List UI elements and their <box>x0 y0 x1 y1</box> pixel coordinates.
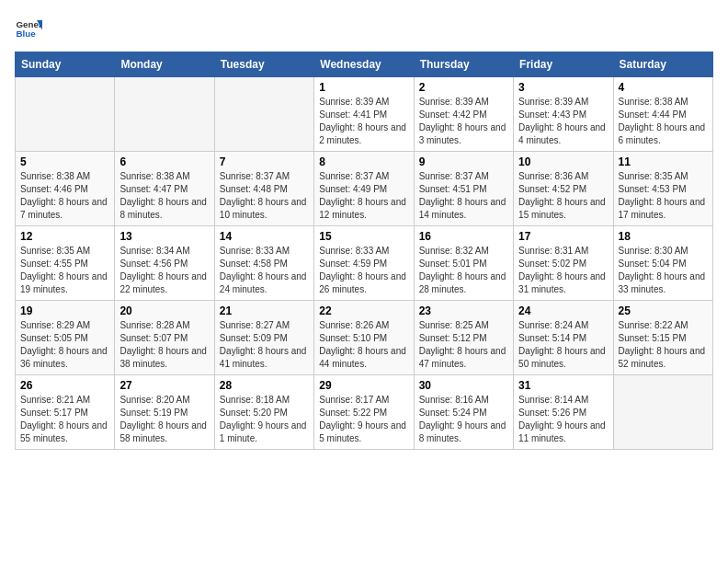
day-info: Sunrise: 8:29 AMSunset: 5:05 PMDaylight:… <box>20 319 109 371</box>
calendar-cell: 26Sunrise: 8:21 AMSunset: 5:17 PMDayligh… <box>16 375 115 450</box>
calendar-cell: 2Sunrise: 8:39 AMSunset: 4:42 PMDaylight… <box>414 77 513 152</box>
day-number: 5 <box>20 155 109 168</box>
calendar-cell <box>16 77 115 152</box>
day-number: 8 <box>319 155 408 168</box>
day-info: Sunrise: 8:22 AMSunset: 5:15 PMDaylight:… <box>619 319 708 371</box>
day-number: 7 <box>220 155 309 168</box>
day-number: 30 <box>419 379 508 392</box>
day-info: Sunrise: 8:39 AMSunset: 4:41 PMDaylight:… <box>319 96 408 147</box>
calendar-week-row: 12Sunrise: 8:35 AMSunset: 4:55 PMDayligh… <box>16 226 713 301</box>
day-info: Sunrise: 8:33 AMSunset: 4:59 PMDaylight:… <box>319 245 408 296</box>
day-number: 19 <box>20 304 109 317</box>
calendar-cell: 13Sunrise: 8:34 AMSunset: 4:56 PMDayligh… <box>115 226 214 301</box>
calendar-cell: 30Sunrise: 8:16 AMSunset: 5:24 PMDayligh… <box>414 375 513 450</box>
day-number: 26 <box>20 379 109 392</box>
weekday-header-cell: Sunday <box>16 52 115 77</box>
day-number: 17 <box>518 230 608 243</box>
calendar: SundayMondayTuesdayWednesdayThursdayFrid… <box>15 52 713 450</box>
day-info: Sunrise: 8:31 AMSunset: 5:02 PMDaylight:… <box>518 245 608 296</box>
calendar-week-row: 19Sunrise: 8:29 AMSunset: 5:05 PMDayligh… <box>16 301 713 375</box>
calendar-cell: 19Sunrise: 8:29 AMSunset: 5:05 PMDayligh… <box>16 301 115 375</box>
day-info: Sunrise: 8:38 AMSunset: 4:46 PMDaylight:… <box>20 170 109 222</box>
calendar-cell: 22Sunrise: 8:26 AMSunset: 5:10 PMDayligh… <box>314 301 414 375</box>
day-number: 25 <box>619 304 708 317</box>
day-info: Sunrise: 8:14 AMSunset: 5:26 PMDaylight:… <box>518 394 608 445</box>
day-number: 22 <box>319 304 408 317</box>
day-info: Sunrise: 8:35 AMSunset: 4:55 PMDaylight:… <box>20 245 109 296</box>
calendar-cell: 21Sunrise: 8:27 AMSunset: 5:09 PMDayligh… <box>214 301 313 375</box>
day-number: 12 <box>20 230 109 243</box>
day-number: 18 <box>619 230 708 243</box>
day-info: Sunrise: 8:37 AMSunset: 4:48 PMDaylight:… <box>220 170 309 222</box>
day-number: 2 <box>419 81 508 94</box>
calendar-cell: 12Sunrise: 8:35 AMSunset: 4:55 PMDayligh… <box>16 226 115 301</box>
day-number: 4 <box>619 81 708 94</box>
calendar-body: 1Sunrise: 8:39 AMSunset: 4:41 PMDaylight… <box>16 77 713 450</box>
day-info: Sunrise: 8:16 AMSunset: 5:24 PMDaylight:… <box>419 394 508 445</box>
calendar-week-row: 26Sunrise: 8:21 AMSunset: 5:17 PMDayligh… <box>16 375 713 450</box>
day-number: 29 <box>319 379 408 392</box>
calendar-week-row: 5Sunrise: 8:38 AMSunset: 4:46 PMDaylight… <box>16 152 713 226</box>
weekday-header-cell: Friday <box>514 52 613 77</box>
calendar-cell: 4Sunrise: 8:38 AMSunset: 4:44 PMDaylight… <box>613 77 712 152</box>
weekday-header-cell: Tuesday <box>214 52 313 77</box>
day-info: Sunrise: 8:21 AMSunset: 5:17 PMDaylight:… <box>20 394 109 445</box>
calendar-cell: 8Sunrise: 8:37 AMSunset: 4:49 PMDaylight… <box>314 152 414 226</box>
day-info: Sunrise: 8:37 AMSunset: 4:49 PMDaylight:… <box>319 170 408 222</box>
day-info: Sunrise: 8:33 AMSunset: 4:58 PMDaylight:… <box>220 245 309 296</box>
calendar-cell: 14Sunrise: 8:33 AMSunset: 4:58 PMDayligh… <box>214 226 313 301</box>
weekday-header-cell: Wednesday <box>314 52 414 77</box>
day-info: Sunrise: 8:20 AMSunset: 5:19 PMDaylight:… <box>119 394 209 445</box>
day-number: 13 <box>119 230 209 243</box>
day-number: 14 <box>220 230 309 243</box>
day-info: Sunrise: 8:28 AMSunset: 5:07 PMDaylight:… <box>119 319 209 371</box>
day-info: Sunrise: 8:27 AMSunset: 5:09 PMDaylight:… <box>220 319 309 371</box>
day-number: 15 <box>319 230 408 243</box>
day-number: 3 <box>518 81 608 94</box>
day-number: 16 <box>419 230 508 243</box>
calendar-cell <box>115 77 214 152</box>
calendar-cell: 10Sunrise: 8:36 AMSunset: 4:52 PMDayligh… <box>514 152 613 226</box>
day-info: Sunrise: 8:17 AMSunset: 5:22 PMDaylight:… <box>319 394 408 445</box>
day-info: Sunrise: 8:39 AMSunset: 4:43 PMDaylight:… <box>518 96 608 147</box>
calendar-cell: 6Sunrise: 8:38 AMSunset: 4:47 PMDaylight… <box>115 152 214 226</box>
calendar-cell: 29Sunrise: 8:17 AMSunset: 5:22 PMDayligh… <box>314 375 414 450</box>
weekday-header-cell: Saturday <box>613 52 712 77</box>
day-info: Sunrise: 8:24 AMSunset: 5:14 PMDaylight:… <box>518 319 608 371</box>
day-info: Sunrise: 8:39 AMSunset: 4:42 PMDaylight:… <box>419 96 508 147</box>
day-number: 28 <box>220 379 309 392</box>
calendar-cell: 1Sunrise: 8:39 AMSunset: 4:41 PMDaylight… <box>314 77 414 152</box>
day-number: 21 <box>220 304 309 317</box>
calendar-cell: 9Sunrise: 8:37 AMSunset: 4:51 PMDaylight… <box>414 152 513 226</box>
weekday-header-cell: Thursday <box>414 52 513 77</box>
calendar-cell <box>214 77 313 152</box>
day-info: Sunrise: 8:26 AMSunset: 5:10 PMDaylight:… <box>319 319 408 371</box>
calendar-cell: 7Sunrise: 8:37 AMSunset: 4:48 PMDaylight… <box>214 152 313 226</box>
day-info: Sunrise: 8:25 AMSunset: 5:12 PMDaylight:… <box>419 319 508 371</box>
calendar-cell: 27Sunrise: 8:20 AMSunset: 5:19 PMDayligh… <box>115 375 214 450</box>
calendar-cell: 20Sunrise: 8:28 AMSunset: 5:07 PMDayligh… <box>115 301 214 375</box>
day-number: 11 <box>619 155 708 168</box>
weekday-header-cell: Monday <box>115 52 214 77</box>
calendar-cell: 5Sunrise: 8:38 AMSunset: 4:46 PMDaylight… <box>16 152 115 226</box>
day-number: 1 <box>319 81 408 94</box>
day-number: 31 <box>518 379 608 392</box>
day-info: Sunrise: 8:30 AMSunset: 5:04 PMDaylight:… <box>619 245 708 296</box>
weekday-header-row: SundayMondayTuesdayWednesdayThursdayFrid… <box>16 52 713 77</box>
day-info: Sunrise: 8:37 AMSunset: 4:51 PMDaylight:… <box>419 170 508 222</box>
calendar-cell: 31Sunrise: 8:14 AMSunset: 5:26 PMDayligh… <box>514 375 613 450</box>
logo-icon: General Blue <box>15 15 42 42</box>
day-number: 27 <box>119 379 209 392</box>
calendar-cell: 3Sunrise: 8:39 AMSunset: 4:43 PMDaylight… <box>514 77 613 152</box>
day-number: 24 <box>518 304 608 317</box>
calendar-cell: 11Sunrise: 8:35 AMSunset: 4:53 PMDayligh… <box>613 152 712 226</box>
calendar-week-row: 1Sunrise: 8:39 AMSunset: 4:41 PMDaylight… <box>16 77 713 152</box>
day-info: Sunrise: 8:18 AMSunset: 5:20 PMDaylight:… <box>220 394 309 445</box>
calendar-cell: 17Sunrise: 8:31 AMSunset: 5:02 PMDayligh… <box>514 226 613 301</box>
header: General Blue <box>15 15 713 42</box>
day-info: Sunrise: 8:34 AMSunset: 4:56 PMDaylight:… <box>119 245 209 296</box>
day-info: Sunrise: 8:38 AMSunset: 4:44 PMDaylight:… <box>619 96 708 147</box>
calendar-cell: 25Sunrise: 8:22 AMSunset: 5:15 PMDayligh… <box>613 301 712 375</box>
svg-text:Blue: Blue <box>17 29 37 39</box>
day-number: 6 <box>119 155 209 168</box>
